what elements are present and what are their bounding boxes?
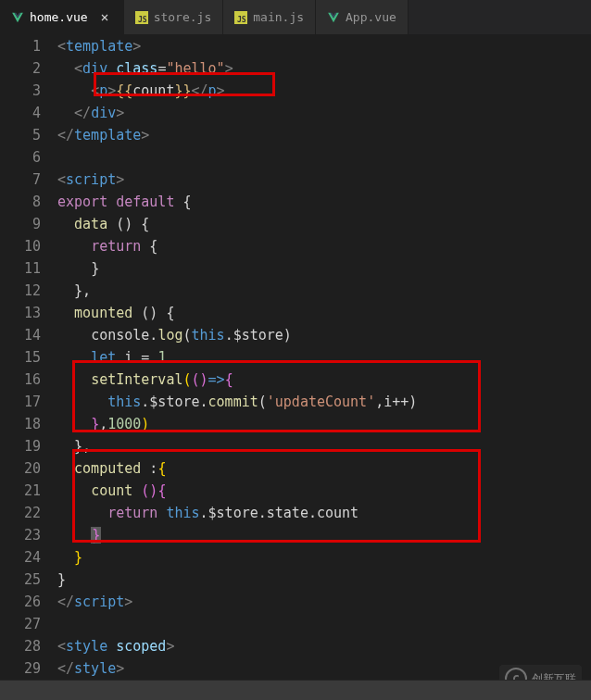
tab-label: main.js	[253, 10, 304, 24]
code-line: },	[57, 435, 591, 457]
code-line: }	[57, 569, 591, 591]
tab-home-vue[interactable]: home.vue	[0, 0, 124, 34]
code-line: }	[57, 257, 591, 280]
tab-bar: home.vue JS store.js JS main.js App.vue	[0, 0, 591, 35]
status-bar	[0, 680, 591, 700]
js-icon: JS	[135, 11, 148, 24]
code-line: setInterval(()=>{	[57, 369, 591, 391]
vue-icon	[11, 11, 24, 24]
line-gutter: 1234567891011121314151617181920212223242…	[0, 35, 57, 700]
code-line: </template>	[57, 124, 591, 146]
code-line: <style scoped>	[57, 635, 591, 657]
js-icon: JS	[234, 11, 247, 24]
code-line: <div class="hello">	[57, 57, 591, 80]
code-area[interactable]: <template> <div class="hello"> <p>{{coun…	[57, 35, 591, 700]
code-line: data () {	[57, 213, 591, 235]
tab-label: App.vue	[346, 10, 396, 24]
tab-app-vue[interactable]: App.vue	[316, 0, 409, 34]
code-line: },	[57, 280, 591, 302]
tab-label: home.vue	[30, 10, 88, 24]
tab-label: store.js	[154, 10, 212, 24]
code-line	[57, 613, 591, 635]
tab-store-js[interactable]: JS store.js	[124, 0, 224, 34]
code-line	[57, 146, 591, 169]
editor: 1234567891011121314151617181920212223242…	[0, 35, 591, 700]
code-line: count (){	[57, 480, 591, 502]
code-line: console.log(this.$store)	[57, 324, 591, 346]
code-line: this.$store.commit('updateCount',i++)	[57, 391, 591, 413]
code-line: return {	[57, 235, 591, 257]
svg-text:JS: JS	[237, 14, 246, 23]
vue-icon	[327, 11, 340, 24]
code-line: <p>{{count}}</p>	[57, 80, 591, 102]
code-line: </div>	[57, 102, 591, 124]
code-line: return this.$store.state.count	[57, 502, 591, 524]
code-line: },1000)	[57, 413, 591, 435]
code-line: let i = 1	[57, 346, 591, 369]
tab-main-js[interactable]: JS main.js	[223, 0, 316, 34]
code-line: <script>	[57, 169, 591, 191]
code-line: }	[57, 524, 591, 546]
code-line: export default {	[57, 191, 591, 213]
close-icon[interactable]	[97, 10, 112, 25]
code-line: }	[57, 546, 591, 569]
code-line: mounted () {	[57, 302, 591, 324]
svg-text:JS: JS	[138, 14, 147, 23]
code-line: </script>	[57, 591, 591, 613]
code-line: <template>	[57, 35, 591, 57]
code-line: computed :{	[57, 457, 591, 480]
